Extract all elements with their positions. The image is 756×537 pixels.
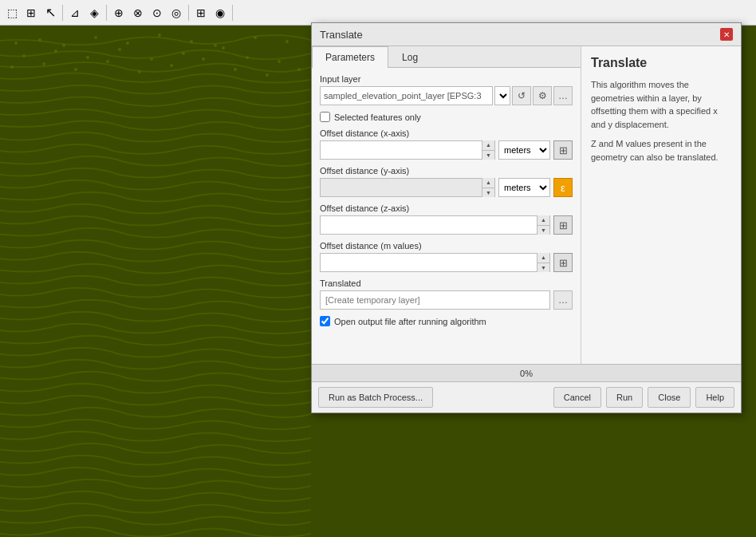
toolbar-icon-2[interactable]: ⊞ xyxy=(22,4,40,22)
toolbar-icon-9[interactable]: ◎ xyxy=(167,4,185,22)
svg-point-12 xyxy=(86,56,89,59)
toolbar-icon-5[interactable]: ◈ xyxy=(85,4,103,22)
offset-y-unit-select[interactable]: meters xyxy=(498,178,550,197)
input-layer-more-btn[interactable]: … xyxy=(553,86,573,105)
toolbar-select-icon[interactable]: ⬚ xyxy=(3,4,21,22)
toolbar-icon-4[interactable]: ⊿ xyxy=(66,4,84,22)
svg-point-2 xyxy=(62,44,65,47)
svg-point-11 xyxy=(54,49,57,53)
toolbar-icon-10[interactable]: ⊞ xyxy=(192,4,210,22)
input-layer-label: Input layer xyxy=(320,74,573,84)
svg-point-16 xyxy=(214,44,217,47)
offset-m-input[interactable]: 0.000000 xyxy=(321,254,537,271)
svg-point-3 xyxy=(94,36,97,39)
offset-z-data-defined-btn[interactable]: ⊞ xyxy=(553,215,573,235)
input-layer-settings-btn[interactable]: ⚙ xyxy=(533,86,552,105)
description-panel: Translate This algorithm moves the geome… xyxy=(581,46,741,364)
offset-x-label: Offset distance (x-axis) xyxy=(320,128,573,138)
progress-bar-container: 0% xyxy=(312,364,741,381)
offset-m-spinbox: 0.000000 ▲ ▼ xyxy=(320,253,550,272)
offset-y-label: Offset distance (y-axis) xyxy=(320,166,573,176)
dialog-tabs: Parameters Log xyxy=(312,46,581,68)
offset-x-group: Offset distance (x-axis) 0.000000 ▲ ▼ me… xyxy=(320,128,573,160)
params-panel: Parameters Log Input layer ▼ ↺ ⚙ … xyxy=(312,46,581,364)
offset-y-up-btn[interactable]: ▲ xyxy=(482,178,494,188)
translate-dialog: Translate ✕ Parameters Log Input layer xyxy=(311,22,742,413)
translated-browse-btn[interactable]: … xyxy=(553,290,573,310)
toolbar-separator-2 xyxy=(106,5,107,21)
toolbar-icon-11[interactable]: ◉ xyxy=(211,4,229,22)
input-layer-group: Input layer ▼ ↺ ⚙ … xyxy=(320,74,573,105)
offset-z-group: Offset distance (z-axis) 0.000000 ▲ ▼ ⊞ xyxy=(320,203,573,235)
svg-point-19 xyxy=(10,65,14,69)
tab-log[interactable]: Log xyxy=(388,46,431,68)
toolbar-icon-7[interactable]: ⊗ xyxy=(129,4,147,22)
offset-z-row: 0.000000 ▲ ▼ ⊞ xyxy=(320,215,573,235)
toolbar-separator-3 xyxy=(188,5,189,21)
offset-y-spinbox-buttons: ▲ ▼ xyxy=(482,178,494,197)
progress-label: 0% xyxy=(520,369,533,378)
description-title: Translate xyxy=(591,56,731,70)
offset-z-down-btn[interactable]: ▼ xyxy=(537,226,549,235)
svg-point-15 xyxy=(182,52,185,55)
offset-y-input[interactable]: 0.000000 xyxy=(321,179,482,196)
svg-point-5 xyxy=(158,34,161,37)
offset-m-group: Offset distance (m values) 0.000000 ▲ ▼ … xyxy=(320,241,573,272)
description-paragraph-1: This algorithm moves the geometries with… xyxy=(591,78,731,131)
toolbar-icon-6[interactable]: ⊕ xyxy=(110,4,128,22)
input-layer-dropdown[interactable]: ▼ xyxy=(494,86,510,105)
help-button[interactable]: Help xyxy=(695,387,734,408)
translated-input[interactable] xyxy=(320,290,550,310)
selected-features-row: Selected features only xyxy=(320,112,573,122)
svg-point-26 xyxy=(234,68,237,71)
offset-m-row: 0.000000 ▲ ▼ ⊞ xyxy=(320,253,573,272)
offset-y-group: Offset distance (y-axis) 0.000000 ▲ ▼ me… xyxy=(320,166,573,197)
offset-x-unit-select[interactable]: meters xyxy=(498,140,550,160)
svg-point-20 xyxy=(42,62,45,65)
offset-z-input[interactable]: 0.000000 xyxy=(321,216,537,234)
close-button[interactable]: Close xyxy=(648,387,691,408)
offset-y-row: 0.000000 ▲ ▼ meters ε xyxy=(320,178,573,197)
svg-point-25 xyxy=(202,57,205,61)
svg-point-10 xyxy=(22,54,26,57)
svg-point-22 xyxy=(106,60,109,63)
input-layer-field[interactable] xyxy=(320,86,493,105)
batch-process-button[interactable]: Run as Batch Process... xyxy=(318,387,433,408)
open-output-checkbox[interactable] xyxy=(320,316,330,326)
offset-x-spinbox-buttons: ▲ ▼ xyxy=(482,140,494,160)
tab-parameters[interactable]: Parameters xyxy=(312,46,388,68)
selected-features-checkbox[interactable] xyxy=(320,112,330,122)
offset-x-up-btn[interactable]: ▲ xyxy=(482,140,494,151)
svg-point-13 xyxy=(118,48,121,51)
offset-y-data-defined-btn[interactable]: ε xyxy=(553,178,573,197)
svg-point-14 xyxy=(150,57,153,61)
svg-point-4 xyxy=(126,41,129,45)
toolbar-select-arrow[interactable]: ↖ xyxy=(41,4,59,22)
input-layer-row: ▼ ↺ ⚙ … xyxy=(320,86,573,105)
svg-point-9 xyxy=(285,40,289,43)
offset-m-up-btn[interactable]: ▲ xyxy=(537,253,549,263)
offset-z-spinbox: 0.000000 ▲ ▼ xyxy=(320,215,550,235)
toolbar-icon-8[interactable]: ⊙ xyxy=(148,4,166,22)
offset-y-down-btn[interactable]: ▼ xyxy=(482,188,494,198)
translated-group: Translated … xyxy=(320,278,573,310)
toolbar-separator-1 xyxy=(62,5,63,21)
dialog-titlebar: Translate ✕ xyxy=(312,23,741,46)
description-paragraph-2: Z and M values present in the geometry c… xyxy=(591,137,731,164)
toolbar-separator-4 xyxy=(232,5,233,21)
input-layer-refresh-btn[interactable]: ↺ xyxy=(512,86,531,105)
selected-features-label: Selected features only xyxy=(334,113,421,122)
dialog-title-text: Translate xyxy=(320,29,363,41)
offset-x-input[interactable]: 0.000000 xyxy=(321,141,482,159)
offset-x-down-btn[interactable]: ▼ xyxy=(482,151,494,160)
offset-x-data-defined-btn[interactable]: ⊞ xyxy=(553,140,573,160)
offset-z-up-btn[interactable]: ▲ xyxy=(537,215,549,226)
cancel-button[interactable]: Cancel xyxy=(553,387,601,408)
translated-row: … xyxy=(320,290,573,310)
dialog-close-button[interactable]: ✕ xyxy=(720,28,733,41)
offset-m-data-defined-btn[interactable]: ⊞ xyxy=(553,253,573,272)
svg-point-27 xyxy=(266,73,269,77)
offset-m-down-btn[interactable]: ▼ xyxy=(537,263,549,273)
svg-point-17 xyxy=(246,56,249,59)
run-button[interactable]: Run xyxy=(606,387,643,408)
